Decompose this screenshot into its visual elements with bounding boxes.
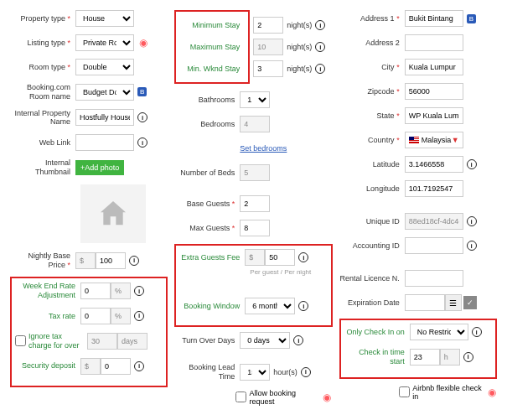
add-photo-button[interactable]: +Add photo: [75, 160, 124, 175]
rental-input[interactable]: [405, 270, 463, 287]
info-icon[interactable]: i: [467, 159, 477, 169]
highlight-box: Week End Rate Adjustmenti Tax ratei Igno…: [10, 277, 168, 386]
info-icon[interactable]: i: [315, 42, 325, 52]
only-checkin-select[interactable]: No Restrictions: [410, 324, 468, 340]
room-type-select[interactable]: Double: [75, 59, 134, 75]
internal-name-label: Internal Property Name: [10, 109, 75, 127]
lead-time-select[interactable]: 15: [240, 364, 270, 381]
extra-guests-sub: Per guest / Per night: [250, 268, 327, 276]
allow-booking-checkbox[interactable]: [235, 391, 246, 402]
security-deposit-input[interactable]: [101, 358, 131, 375]
tax-rate-input[interactable]: [80, 308, 111, 324]
listing-type-select[interactable]: Private Room: [75, 34, 134, 51]
unit-display: [111, 283, 131, 299]
rental-label: Rental Licence N.: [339, 274, 405, 283]
max-stay-input[interactable]: [253, 39, 283, 55]
booking-room-select[interactable]: Budget Double Rc: [75, 84, 134, 101]
lng-label: Longitude: [339, 184, 405, 194]
airbnb-icon: ◉: [137, 37, 149, 49]
min-stay-label: Minimum Stay: [179, 21, 245, 30]
addr2-input[interactable]: [405, 34, 463, 51]
bedrooms-label: Bedrooms: [174, 120, 240, 129]
checkin-start-label: Check in time start: [344, 348, 410, 366]
addr2-label: Address 2: [339, 39, 405, 48]
info-icon[interactable]: i: [137, 137, 147, 148]
lat-label: Latitude: [339, 160, 405, 169]
nightly-price-input[interactable]: [96, 252, 126, 269]
addr1-input[interactable]: [405, 10, 463, 27]
highlight-box: Only Check In onNo Restrictionsi Check i…: [339, 319, 497, 379]
zip-input[interactable]: [405, 83, 463, 100]
unit-display: [117, 333, 147, 350]
lng-input[interactable]: [405, 180, 463, 197]
base-guests-label: Base Guests *: [174, 200, 240, 209]
info-icon[interactable]: i: [293, 335, 303, 345]
property-type-select[interactable]: House: [75, 10, 134, 27]
check-icon[interactable]: ✓: [463, 296, 477, 309]
thumbnail-placeholder[interactable]: [80, 184, 146, 243]
airbnb-flex-label: Airbnb flexible check in: [412, 384, 483, 401]
weekend-rate-input[interactable]: [80, 283, 111, 299]
room-type-label: Room type *: [10, 63, 75, 72]
turnover-label: Turn Over Days: [174, 336, 240, 345]
info-icon[interactable]: i: [298, 252, 308, 262]
checkin-start-input[interactable]: [410, 349, 440, 366]
lead-time-label: Booking Lead Time: [174, 363, 240, 381]
weekend-rate-label: Week End Rate Adjustment: [15, 282, 80, 300]
booking-room-label: Booking.com Room name: [10, 83, 75, 101]
info-icon[interactable]: i: [137, 112, 147, 122]
zip-label: Zipcode *: [339, 87, 405, 96]
min-stay-input[interactable]: [253, 17, 283, 34]
state-label: State *: [339, 111, 405, 121]
unit-label: hour(s): [273, 368, 297, 376]
info-icon[interactable]: i: [315, 64, 325, 74]
info-icon[interactable]: i: [463, 352, 473, 362]
country-label: Country *: [339, 136, 405, 145]
info-icon[interactable]: i: [301, 367, 311, 377]
thumb-label: Internal Thumbnail: [10, 158, 75, 177]
extra-guests-label: Extra Guests Fee: [179, 253, 245, 262]
info-icon[interactable]: i: [129, 256, 139, 266]
web-link-label: Web Link: [10, 138, 75, 148]
airbnb-flex-checkbox[interactable]: [399, 386, 410, 397]
info-icon[interactable]: i: [467, 216, 477, 226]
currency-display: [75, 252, 96, 269]
info-icon[interactable]: i: [315, 20, 325, 30]
set-bedrooms-link[interactable]: Set bedrooms: [240, 144, 287, 153]
num-beds-input: [240, 164, 270, 181]
ignore-tax-days-input[interactable]: [87, 333, 117, 350]
info-icon[interactable]: i: [134, 311, 144, 321]
info-icon[interactable]: i: [134, 286, 144, 296]
unit-label: night(s): [287, 21, 312, 29]
base-guests-input[interactable]: [240, 195, 270, 212]
ignore-tax-checkbox[interactable]: [15, 335, 26, 346]
city-input[interactable]: [405, 59, 463, 75]
tax-rate-label: Tax rate: [15, 312, 80, 321]
info-icon[interactable]: i: [472, 327, 482, 337]
security-deposit-label: Security deposit: [15, 361, 80, 371]
nightly-price-label: Nightly Base Price *: [10, 251, 75, 270]
state-input[interactable]: [405, 107, 463, 124]
country-select[interactable]: Malaysia▼: [405, 132, 463, 148]
turnover-select[interactable]: 0 days: [240, 332, 290, 349]
internal-name-input[interactable]: [75, 109, 134, 126]
info-icon[interactable]: i: [467, 241, 477, 251]
unit-display: [440, 349, 460, 366]
extra-guests-input[interactable]: [265, 249, 295, 266]
airbnb-icon: ◉: [322, 391, 333, 403]
uid-label: Unique ID: [339, 217, 405, 226]
lat-input[interactable]: [405, 156, 463, 173]
bathrooms-select[interactable]: 1: [240, 91, 270, 108]
max-guests-input[interactable]: [240, 220, 270, 236]
web-link-input[interactable]: [75, 134, 134, 151]
expdate-input[interactable]: [405, 294, 445, 311]
info-icon[interactable]: i: [298, 301, 308, 311]
min-wknd-input[interactable]: [253, 60, 283, 77]
booking-window-select[interactable]: 6 months: [245, 298, 295, 314]
only-checkin-label: Only Check In on: [344, 328, 410, 337]
info-icon[interactable]: i: [134, 361, 144, 371]
calendar-icon[interactable]: ☰: [445, 294, 462, 311]
city-label: City *: [339, 63, 405, 72]
unit-label: night(s): [287, 43, 312, 51]
acct-input[interactable]: [405, 237, 463, 254]
